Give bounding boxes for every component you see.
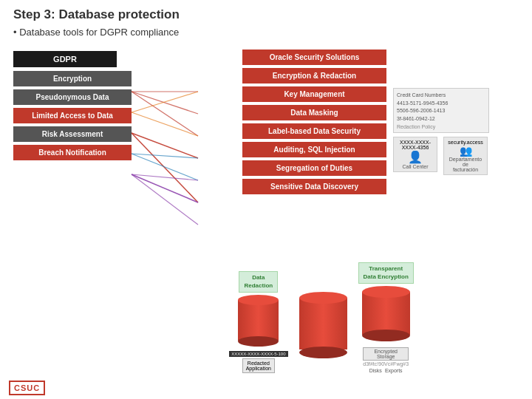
- oracle-item-6: Sensitive Data Discovery: [242, 179, 386, 194]
- page-title: Step 3: Database protection: [13, 7, 519, 22]
- tde-cylinder: [362, 286, 410, 341]
- oracle-item-0: Encryption & Redaction: [242, 68, 386, 83]
- gdpr-item-breach: Breach Notification: [13, 145, 132, 160]
- dept-box: security.access 👥 Departamento defactura…: [443, 137, 488, 175]
- oracle-item-3: Label-based Data Security: [242, 123, 386, 139]
- oracle-column: Oracle Security Solutions Encryption & R…: [242, 50, 386, 194]
- person-illustrations: XXXX-XXXX-XXXX-4356 👤 Call Center securi…: [393, 137, 511, 175]
- oracle-item-5: Segregation of Duties: [242, 160, 386, 176]
- page-container: Step 3: Database protection • Database t…: [0, 0, 532, 399]
- data-redaction-cylinder: [238, 295, 279, 347]
- oracle-header: Oracle Security Solutions: [242, 50, 386, 65]
- oracle-item-4: Auditing, SQL Injection: [242, 142, 386, 157]
- card-masked-box: XXXX-XXXX-XXXX-4356 👤 Call Center: [393, 137, 437, 175]
- disks-label: Disks: [369, 368, 382, 373]
- redaction-strip: XXXXX-XXXX-XXXX-5-100: [229, 351, 287, 357]
- csuc-logo: CSUC: [9, 381, 45, 395]
- gdpr-item-pseudonymous: Pseudonymous Data: [13, 89, 132, 105]
- middle-cylinder: [299, 292, 347, 358]
- gdpr-item-encryption: Encryption: [13, 71, 132, 86]
- tde-sub-labels: EncryptedStorage d3f#tc!90Vc#Fwg#3 Disks…: [363, 347, 409, 373]
- redaction-policy-label: Redaction Policy: [397, 124, 485, 129]
- oracle-item-1: Key Management: [242, 86, 386, 102]
- right-illustrations: Credit Card Numbers 4413-5171-9945-4356 …: [393, 88, 511, 258]
- encrypted-text: d3f#tc!90Vc#Fwg#3: [363, 361, 409, 366]
- oracle-item-2: Data Masking: [242, 105, 386, 120]
- gdpr-item-limited-access: Limited Access to Data: [13, 108, 132, 123]
- app-box: RedactedApplication: [242, 358, 275, 373]
- gdpr-header: GDPR: [13, 51, 117, 67]
- gdpr-item-risk: Risk Assessment: [13, 126, 132, 142]
- subtitle: • Database tools for DGPR compliance: [13, 27, 519, 38]
- exports-label: Exports: [385, 368, 403, 373]
- credit-card-lines: Credit Card Numbers 4413-5171-9945-4356 …: [397, 92, 485, 123]
- encrypted-storage-label: EncryptedStorage: [363, 347, 409, 361]
- gdpr-column: GDPR Encryption Pseudonymous Data Limite…: [13, 44, 161, 361]
- credit-card-box: Credit Card Numbers 4413-5171-9945-4356 …: [393, 88, 489, 133]
